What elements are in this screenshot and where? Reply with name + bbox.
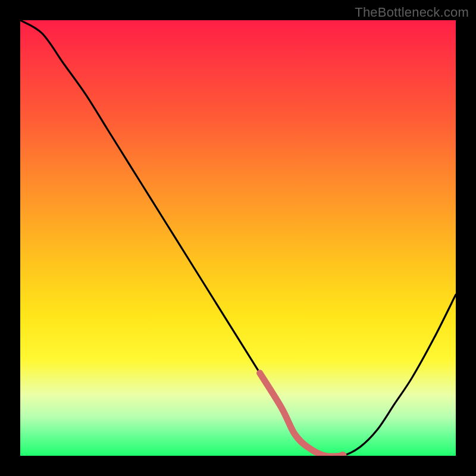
bottleneck-curve-path <box>20 20 456 456</box>
highlight-end-dot <box>339 452 347 456</box>
watermark-text: TheBottleneck.com <box>355 5 469 20</box>
highlight-segment <box>260 373 343 456</box>
curve-svg <box>20 20 456 456</box>
plot-area <box>20 20 456 456</box>
chart-frame: TheBottleneck.com <box>0 0 476 476</box>
